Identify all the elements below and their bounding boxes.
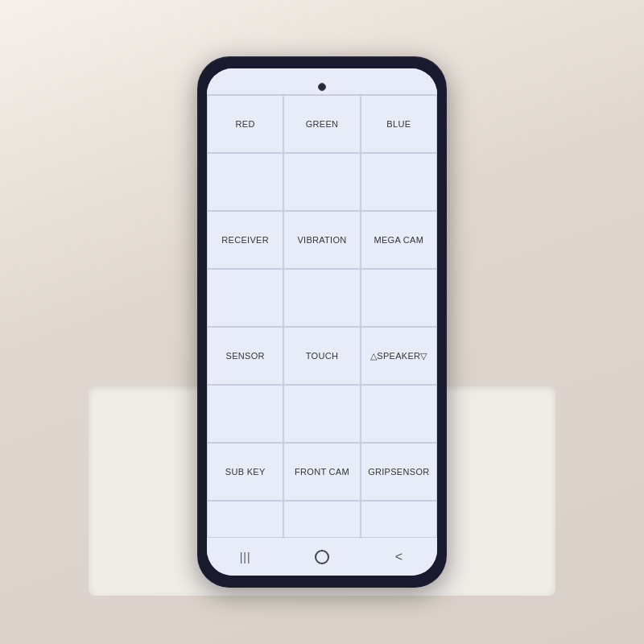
cell-empty3 bbox=[361, 153, 437, 211]
cell-sub-key[interactable]: SUB KEY bbox=[207, 443, 283, 501]
cell-empty12 bbox=[361, 501, 437, 537]
cell-empty9 bbox=[361, 385, 437, 443]
cell-speaker-label: △SPEAKER▽ bbox=[370, 351, 427, 361]
cell-mega-cam[interactable]: MEGA CAM bbox=[361, 211, 437, 269]
cell-empty7 bbox=[207, 385, 283, 443]
cell-gripsensor[interactable]: GRIPSENSOR bbox=[361, 443, 437, 501]
cell-receiver[interactable]: RECEIVER bbox=[207, 211, 283, 269]
screen-top-bar bbox=[207, 68, 437, 94]
cell-touch[interactable]: TOUCH bbox=[283, 327, 360, 385]
home-icon bbox=[315, 550, 329, 564]
phone-screen: RED GREEN BLUE RECEIVER VIBRATION MEGA C… bbox=[207, 68, 437, 576]
cell-sub-key-label: SUB KEY bbox=[225, 467, 266, 477]
cell-blue[interactable]: BLUE bbox=[361, 95, 437, 153]
cell-empty1 bbox=[207, 153, 283, 211]
cell-receiver-label: RECEIVER bbox=[221, 235, 269, 245]
cell-empty5 bbox=[283, 269, 360, 327]
cell-empty11 bbox=[283, 501, 360, 537]
cell-green-label: GREEN bbox=[306, 119, 339, 129]
test-grid: RED GREEN BLUE RECEIVER VIBRATION MEGA C… bbox=[207, 94, 437, 537]
cell-speaker[interactable]: △SPEAKER▽ bbox=[361, 327, 437, 385]
phone-outer: RED GREEN BLUE RECEIVER VIBRATION MEGA C… bbox=[197, 56, 447, 588]
cell-sensor-label: SENSOR bbox=[226, 351, 265, 361]
cell-sensor[interactable]: SENSOR bbox=[207, 327, 283, 385]
cell-blue-label: BLUE bbox=[386, 119, 411, 129]
cell-empty8 bbox=[283, 385, 360, 443]
back-icon: < bbox=[395, 550, 402, 564]
cell-touch-label: TOUCH bbox=[306, 351, 338, 361]
cell-red[interactable]: RED bbox=[207, 95, 283, 153]
bottom-navigation: ||| < bbox=[207, 537, 437, 576]
cell-vibration-label: VIBRATION bbox=[297, 235, 346, 245]
cell-mega-cam-label: MEGA CAM bbox=[374, 235, 423, 245]
cell-gripsensor-label: GRIPSENSOR bbox=[368, 467, 429, 477]
cell-front-cam[interactable]: FRONT CAM bbox=[283, 443, 360, 501]
recent-apps-button[interactable]: ||| bbox=[229, 544, 262, 570]
front-camera-lens bbox=[318, 83, 326, 91]
recent-icon: ||| bbox=[240, 551, 251, 564]
cell-vibration[interactable]: VIBRATION bbox=[283, 211, 360, 269]
cell-empty10 bbox=[207, 501, 283, 537]
cell-empty6 bbox=[361, 269, 437, 327]
cell-green[interactable]: GREEN bbox=[283, 95, 360, 153]
back-button[interactable]: < bbox=[382, 544, 415, 570]
cell-empty2 bbox=[283, 153, 360, 211]
cell-red-label: RED bbox=[236, 119, 255, 129]
cell-empty4 bbox=[207, 269, 283, 327]
cell-front-cam-label: FRONT CAM bbox=[295, 467, 349, 477]
home-button[interactable] bbox=[306, 544, 338, 570]
